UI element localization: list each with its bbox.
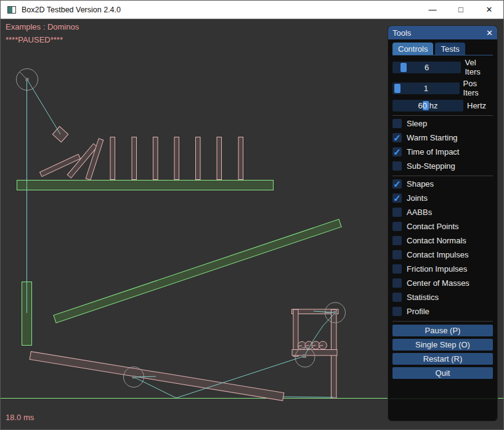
upright-domino[interactable] — [217, 137, 222, 180]
tab-tests[interactable]: Tests — [435, 43, 465, 55]
upright-domino[interactable] — [238, 137, 243, 180]
window-title: Box2D Testbed Version 2.4.0 — [22, 6, 121, 14]
checkbox-box[interactable]: ✓ — [392, 147, 402, 156]
shelf-balls[interactable] — [298, 341, 327, 350]
check-icon: ✓ — [393, 147, 401, 156]
checkbox-box[interactable]: ✓ — [392, 278, 402, 288]
maximize-button[interactable]: □ — [447, 1, 475, 18]
tools-panel: Tools ✕ Controls Tests 6 Vel Iters — [388, 25, 498, 421]
checkbox-box[interactable]: ✓ — [392, 293, 402, 302]
checkbox-label: Warm Starting — [407, 133, 458, 142]
pause-button[interactable]: Pause (P) — [392, 325, 493, 336]
maximize-icon: □ — [458, 5, 463, 14]
vel-iters-slider[interactable]: 6 — [392, 62, 461, 73]
pos-iters-row: 1 Pos Iters — [392, 79, 493, 97]
checkbox-time-of-impact[interactable]: ✓ Time of Impact — [392, 147, 493, 156]
checkbox-label: Contact Impulses — [407, 250, 468, 259]
checkbox-label: Statistics — [407, 293, 439, 302]
minimize-button[interactable]: — — [418, 1, 447, 18]
upright-domino[interactable] — [110, 137, 115, 180]
vel-iters-row: 6 Vel Iters — [392, 58, 493, 76]
domino-platform — [17, 181, 274, 190]
simulation-canvas[interactable]: Examples : Dominos ****PAUSED**** 18.0 m… — [1, 19, 504, 430]
checkbox-box[interactable]: ✓ — [392, 208, 402, 217]
checkbox-contact-normals[interactable]: ✓ Contact Normals — [392, 236, 493, 245]
slider-label: Vel Iters — [465, 58, 493, 76]
slider-value: 1 — [392, 83, 460, 94]
body-center-markers — [26, 78, 338, 379]
checkbox-label: Sub-Stepping — [407, 161, 455, 171]
checkbox-label: Contact Points — [407, 222, 459, 231]
checkbox-label: Center of Masses — [407, 278, 469, 288]
separator — [392, 321, 493, 322]
checkbox-box[interactable]: ✓ — [392, 133, 402, 142]
restart-button[interactable]: Restart (R) — [392, 353, 493, 365]
tools-panel-titlebar[interactable]: Tools ✕ — [388, 26, 497, 39]
checkbox-label: Contact Normals — [407, 236, 466, 245]
checkbox-box[interactable]: ✓ — [392, 236, 402, 245]
ground-line-through-panel — [389, 399, 497, 399]
checkbox-center-of-masses[interactable]: ✓ Center of Masses — [392, 278, 493, 288]
seesaw-plank[interactable] — [30, 352, 284, 401]
checkbox-box[interactable]: ✓ — [392, 307, 402, 316]
hertz-row: 60 hz Hertz — [392, 100, 493, 112]
checkbox-contact-points[interactable]: ✓ Contact Points — [392, 222, 493, 231]
checkbox-label: Friction Impulses — [407, 264, 467, 274]
checkbox-label: Time of Impact — [407, 147, 459, 156]
checkbox-shapes[interactable]: ✓ Shapes — [392, 179, 493, 189]
checkbox-label: AABBs — [407, 208, 432, 217]
checkbox-label: Joints — [407, 193, 428, 203]
check-icon: ✓ — [393, 193, 401, 203]
checkbox-sleep[interactable]: ✓ Sleep — [392, 119, 493, 128]
checkbox-box[interactable]: ✓ — [392, 250, 402, 259]
checkbox-joints[interactable]: ✓ Joints — [392, 193, 493, 203]
checkbox-contact-impulses[interactable]: ✓ Contact Impulses — [392, 250, 493, 259]
upright-domino[interactable] — [174, 137, 179, 180]
slider-label: Hertz — [467, 101, 486, 110]
paused-label: ****PAUSED**** — [6, 35, 63, 44]
checkbox-box[interactable]: ✓ — [392, 179, 402, 189]
close-icon: ✕ — [486, 5, 493, 14]
titlebar: Box2D Testbed Version 2.4.0 — □ ✕ — [1, 1, 503, 19]
frame-time-label: 18.0 ms — [6, 413, 34, 422]
panel-close-icon[interactable]: ✕ — [486, 28, 493, 38]
checkbox-warm-starting[interactable]: ✓ Warm Starting — [392, 133, 493, 142]
slider-value: 60 hz — [392, 100, 463, 112]
tab-controls[interactable]: Controls — [392, 43, 433, 55]
checkbox-sub-stepping[interactable]: ✓ Sub-Stepping — [392, 161, 493, 171]
checkbox-label: Shapes — [407, 179, 434, 189]
close-button[interactable]: ✕ — [475, 1, 503, 18]
example-label: Examples : Dominos — [6, 22, 79, 31]
separator — [392, 176, 493, 176]
pos-iters-slider[interactable]: 1 — [392, 83, 460, 94]
checkbox-box[interactable]: ✓ — [392, 264, 402, 274]
minimize-icon: — — [429, 5, 437, 14]
separator — [392, 115, 493, 116]
checkbox-statistics[interactable]: ✓ Statistics — [392, 293, 493, 302]
tab-bar: Controls Tests — [392, 42, 493, 55]
check-icon: ✓ — [393, 133, 401, 142]
caption-buttons: — □ ✕ — [418, 1, 503, 18]
quit-button[interactable]: Quit — [392, 367, 493, 379]
app-icon — [7, 6, 16, 14]
app-window: Box2D Testbed Version 2.4.0 — □ ✕ — [0, 0, 504, 430]
checkbox-aabbs[interactable]: ✓ AABBs — [392, 208, 493, 217]
checkbox-box[interactable]: ✓ — [392, 119, 402, 128]
checkbox-label: Profile — [407, 307, 429, 316]
upright-domino[interactable] — [132, 137, 137, 180]
checkbox-profile[interactable]: ✓ Profile — [392, 307, 493, 316]
tools-panel-title: Tools — [392, 28, 411, 38]
upright-domino[interactable] — [196, 137, 201, 180]
slider-value: 6 — [392, 62, 461, 73]
hertz-slider[interactable]: 60 hz — [392, 100, 463, 112]
checkbox-box[interactable]: ✓ — [392, 161, 402, 171]
check-icon: ✓ — [393, 179, 401, 189]
upright-domino[interactable] — [153, 137, 158, 180]
checkbox-label: Sleep — [407, 119, 427, 128]
checkbox-box[interactable]: ✓ — [392, 222, 402, 231]
slider-label: Pos Iters — [463, 79, 493, 97]
long-angled-plank — [54, 219, 341, 323]
single-step-button[interactable]: Single Step (O) — [392, 339, 493, 351]
checkbox-friction-impulses[interactable]: ✓ Friction Impulses — [392, 264, 493, 274]
checkbox-box[interactable]: ✓ — [392, 193, 402, 203]
